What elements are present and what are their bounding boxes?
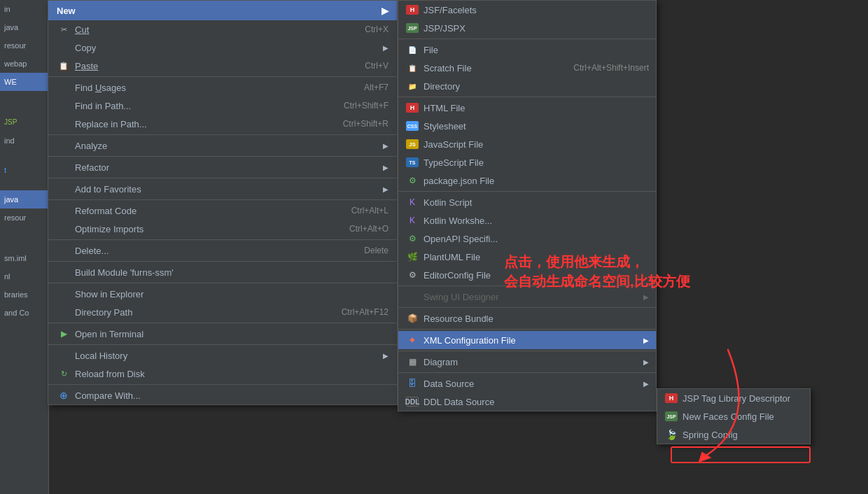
menu-item-dir-path[interactable]: Directory Path Ctrl+Alt+F12: [48, 303, 397, 321]
menu-item-refactor[interactable]: Refactor ▶: [48, 158, 397, 176]
newfaces-icon: JSP: [664, 411, 678, 422]
menu-header-new[interactable]: New ▶: [48, 1, 397, 20]
submenu-item-xml-config[interactable]: ✦ XML Configuration File ▶: [398, 331, 656, 349]
plantuml-label: PlantUML File: [424, 252, 649, 262]
menu-item-cut[interactable]: ✂ Cut Ctrl+X: [48, 20, 397, 38]
menu-item-find-usages[interactable]: Find Usages Alt+F7: [48, 78, 397, 97]
sidebar-item-empty4: [0, 179, 48, 190]
pkgjson-label: package.json File: [424, 176, 649, 186]
js-label: JavaScript File: [424, 139, 649, 150]
submenu-sep-8: [398, 372, 656, 373]
file-icon: 📄: [405, 44, 419, 55]
menu-item-reformat[interactable]: Reformat Code Ctrl+Alt+L: [48, 202, 397, 220]
cut-icon: ✂: [57, 25, 71, 34]
delete-label: Delete...: [75, 246, 343, 256]
scratch-label: Scratch File: [424, 63, 559, 73]
sidebar-item-java2[interactable]: java: [0, 190, 48, 209]
menu-item-replace-path[interactable]: Replace in Path... Ctrl+Shift+R: [48, 115, 397, 133]
kotlin-label: Kotlin Script: [424, 197, 649, 208]
sidebar-item-nl: nl: [0, 267, 48, 285]
copy-arrow: ▶: [383, 44, 388, 52]
submenu-item-pkgjson[interactable]: ⚙ package.json File: [398, 171, 656, 190]
dir-path-shortcut: Ctrl+Alt+F12: [342, 307, 388, 317]
menu-item-delete[interactable]: Delete... Delete: [48, 241, 397, 260]
submenu-item-html[interactable]: H HTML File: [398, 99, 656, 117]
menu-item-analyze[interactable]: Analyze ▶: [48, 136, 397, 155]
kotlin-icon: K: [405, 197, 419, 208]
sidebar-item-braries: braries: [0, 285, 48, 304]
reload-icon: ↻: [57, 369, 71, 379]
submenu-item-editorconfig[interactable]: ⚙ EditorConfig File: [398, 266, 656, 284]
datasource-icon: 🗄: [405, 378, 419, 389]
reload-label: Reload from Disk: [75, 369, 388, 379]
separator-1: [48, 76, 397, 77]
menu-item-terminal[interactable]: ▶ Open in Terminal: [48, 325, 397, 343]
find-usages-shortcut: Alt+F7: [364, 83, 388, 92]
submenu-item-plantuml[interactable]: 🌿 PlantUML File: [398, 248, 656, 266]
ts-label: TypeScript File: [424, 157, 649, 168]
sidebar-item-empty5: [0, 227, 48, 238]
menu-item-find-path[interactable]: Find in Path... Ctrl+Shift+F: [48, 97, 397, 115]
separator-3: [48, 156, 397, 157]
editorconfig-icon: ⚙: [405, 269, 419, 281]
submenu-item-ts[interactable]: TS TypeScript File: [398, 153, 656, 171]
paste-icon: 📋: [57, 62, 71, 71]
diagram-label: Diagram: [424, 357, 638, 367]
find-usages-label: Find Usages: [75, 83, 343, 93]
xml-sub-item-spring[interactable]: 🍃 Spring Config: [657, 425, 810, 444]
submenu-item-css[interactable]: CSS Stylesheet: [398, 117, 656, 135]
separator-4: [48, 178, 397, 178]
spring-icon: 🍃: [664, 429, 678, 440]
menu-header-arrow: ▶: [382, 6, 388, 16]
submenu-item-file[interactable]: 📄 File: [398, 41, 656, 59]
analyze-label: Analyze: [75, 141, 377, 151]
css-label: Stylesheet: [424, 121, 649, 132]
menu-item-build[interactable]: Build Module 'furns-ssm': [48, 263, 397, 281]
submenu-item-datasource[interactable]: 🗄 Data Source ▶: [398, 374, 656, 393]
cut-label: Cut: [75, 24, 344, 35]
paste-label: Paste: [75, 61, 344, 71]
swing-arrow: ▶: [643, 293, 649, 301]
menu-item-favorites[interactable]: Add to Favorites ▶: [48, 180, 397, 198]
separator-7: [48, 261, 397, 262]
sidebar-item-ind: ind: [0, 132, 48, 150]
replace-path-label: Replace in Path...: [75, 119, 322, 129]
resource-icon: 📦: [405, 313, 419, 324]
menu-item-copy[interactable]: Copy ▶: [48, 38, 397, 57]
refactor-arrow: ▶: [383, 164, 388, 171]
html-label: HTML File: [424, 103, 649, 113]
submenu-item-openapi[interactable]: ⚙ OpenAPI Specifi...: [398, 230, 656, 248]
local-history-label: Local History: [75, 351, 377, 361]
submenu-item-resource[interactable]: 📦 Resource Bundle: [398, 309, 656, 327]
openapi-icon: ⚙: [405, 233, 419, 244]
xml-sub-item-jsptag[interactable]: H JSP Tag Library Descriptor: [657, 389, 810, 407]
submenu-item-kotlin-ws[interactable]: K Kotlin Workshe...: [398, 211, 656, 230]
menu-item-local-history[interactable]: Local History ▶: [48, 346, 397, 365]
submenu-item-jsf[interactable]: H JSF/Facelets: [398, 1, 656, 19]
menu-item-show-explorer[interactable]: Show in Explorer: [48, 285, 397, 303]
submenu-item-jspx[interactable]: JSP JSP/JSPX: [398, 19, 656, 37]
analyze-arrow: ▶: [383, 142, 388, 150]
cut-shortcut: Ctrl+X: [365, 24, 388, 34]
ddl-icon: DDL: [405, 396, 419, 407]
submenu-item-ddl[interactable]: DDL DDL Data Source: [398, 393, 656, 411]
submenu-item-directory[interactable]: 📁 Directory: [398, 77, 656, 95]
spring-label: Spring Config: [682, 430, 803, 440]
menu-item-optimize[interactable]: Optimize Imports Ctrl+Alt+O: [48, 220, 397, 238]
xml-config-label: XML Configuration File: [424, 335, 638, 346]
menu-item-paste[interactable]: 📋 Paste Ctrl+V: [48, 57, 397, 75]
favorites-label: Add to Favorites: [75, 184, 377, 195]
sidebar-item-we[interactable]: WE: [0, 73, 48, 91]
submenu-item-scratch[interactable]: 📋 Scratch File Ctrl+Alt+Shift+Insert: [398, 59, 656, 77]
menu-item-reload[interactable]: ↻ Reload from Disk: [48, 365, 397, 383]
optimize-label: Optimize Imports: [75, 224, 328, 234]
sidebar-item-smiml: sm.iml: [0, 249, 48, 267]
xml-config-arrow: ▶: [643, 337, 649, 344]
menu-item-compare[interactable]: ⊕ Compare With...: [48, 386, 397, 404]
xml-sub-item-newfaces[interactable]: JSP New Faces Config File: [657, 407, 810, 425]
submenu-item-js[interactable]: JS JavaScript File: [398, 135, 656, 153]
sidebar-item-empty3: [0, 150, 48, 161]
reformat-label: Reformat Code: [75, 206, 330, 216]
submenu-item-kotlin[interactable]: K Kotlin Script: [398, 193, 656, 211]
submenu-item-diagram[interactable]: ▦ Diagram ▶: [398, 353, 656, 371]
